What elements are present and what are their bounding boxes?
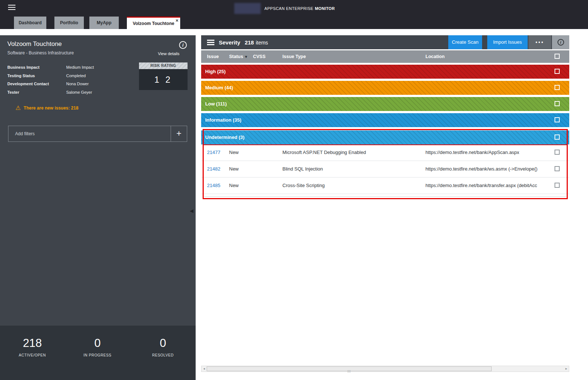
- tab-myapp[interactable]: MyApp: [89, 17, 119, 29]
- severity-group-medium[interactable]: Medium (44): [201, 81, 569, 95]
- info-icon[interactable]: i: [179, 41, 187, 49]
- column-location[interactable]: Location: [425, 50, 445, 63]
- tab-label: Portfolio: [60, 20, 78, 25]
- field-label: Development Contact: [7, 82, 49, 86]
- issue-type: Microsoft ASP.NET Debugging Enabled: [282, 144, 366, 161]
- group-label: Medium (44): [205, 81, 233, 95]
- items-count: 218items: [245, 39, 268, 46]
- tab-bar: Dashboard Portfolio MyApp Volzoom Toucht…: [0, 17, 588, 29]
- hamburger-menu-icon[interactable]: [8, 5, 15, 11]
- select-all-checkbox[interactable]: [555, 54, 560, 59]
- field-value: Completed: [66, 74, 86, 78]
- issues-toolbar: Severity 218items Create Scan Import Iss…: [201, 35, 569, 49]
- group-label: Information (35): [205, 113, 241, 127]
- column-issue[interactable]: Issue: [207, 50, 219, 63]
- warning-text: There are new issues: 218: [24, 105, 78, 111]
- top-bar: APPSCAN ENTERPRISEMONITOR: [0, 0, 588, 17]
- panel-info-button[interactable]: i: [552, 35, 569, 49]
- scroll-left-icon[interactable]: ◄: [202, 366, 207, 372]
- issues-panel: Severity 218items Create Scan Import Iss…: [201, 35, 569, 373]
- group-label: Low (111): [205, 97, 227, 111]
- list-end-divider: [204, 196, 566, 197]
- column-status[interactable]: Status▼: [229, 50, 248, 63]
- risk-rating-header: RISK RATING: [139, 62, 188, 69]
- tab-portfolio[interactable]: Portfolio: [54, 17, 84, 29]
- app-title-prefix: APPSCAN ENTERPRISE: [264, 6, 313, 11]
- row-checkbox[interactable]: [555, 183, 560, 188]
- issue-row[interactable]: 21482 New Blind SQL Injection https://de…: [201, 161, 569, 178]
- add-filters-box: Add filters +: [8, 126, 187, 142]
- issue-type: Cross-Site Scripting: [282, 178, 325, 194]
- tab-dashboard[interactable]: Dashboard: [14, 17, 46, 29]
- issue-type: Blind SQL Injection: [282, 161, 323, 177]
- stat-label: RESOLVED: [135, 353, 190, 357]
- horizontal-scrollbar[interactable]: ◄ ||| ►: [201, 366, 569, 372]
- group-checkbox[interactable]: [555, 85, 560, 90]
- issue-row[interactable]: 21485 New Cross-Site Scripting https://d…: [201, 178, 569, 194]
- issue-status: New: [229, 178, 239, 194]
- group-checkbox[interactable]: [555, 101, 560, 106]
- app-title: APPSCAN ENTERPRISEMONITOR: [264, 6, 335, 11]
- items-count-suffix: items: [256, 40, 268, 46]
- scrollbar-grip: |||: [348, 369, 351, 373]
- warning-icon: ⚠: [15, 105, 21, 111]
- application-subtitle: Software - Business Infrastructure: [7, 50, 74, 55]
- group-checkbox[interactable]: [555, 69, 560, 74]
- issue-id-link[interactable]: 21482: [207, 161, 220, 177]
- severity-group-high[interactable]: High (25): [201, 65, 569, 79]
- scroll-right-icon[interactable]: ►: [564, 366, 569, 372]
- close-icon[interactable]: ×: [175, 18, 178, 23]
- group-by-label[interactable]: Severity: [219, 39, 240, 46]
- column-cvss[interactable]: CVSS: [253, 50, 266, 63]
- items-count-value: 218: [245, 39, 254, 46]
- add-filter-button[interactable]: +: [171, 126, 187, 141]
- app-title-bold: MONITOR: [315, 6, 335, 11]
- more-icon: •••: [535, 39, 544, 45]
- issue-status: New: [229, 161, 239, 177]
- scrollbar-thumb[interactable]: |||: [207, 366, 492, 371]
- column-issue-type[interactable]: Issue Type: [282, 50, 306, 63]
- toolbar-left: Severity 218items: [207, 35, 268, 49]
- create-scan-button[interactable]: Create Scan: [448, 35, 482, 49]
- severity-group-undetermined[interactable]: Undetermined (3): [201, 130, 569, 144]
- tab-volzoom-touchtone[interactable]: Volzoom Touchtone ×: [127, 17, 180, 29]
- new-issues-warning: ⚠ There are new issues: 218: [15, 105, 78, 111]
- info-icon: i: [557, 39, 564, 46]
- application-title: Volzoom Touchtone: [7, 40, 62, 48]
- field-value: Nona Dower: [66, 82, 89, 86]
- collapse-panel-icon[interactable]: ◀: [190, 208, 193, 214]
- severity-group-low[interactable]: Low (111): [201, 97, 569, 111]
- field-value: Salome Geyer: [66, 90, 92, 94]
- issue-id-link[interactable]: 21485: [207, 178, 220, 194]
- row-checkbox[interactable]: [555, 166, 560, 171]
- issue-location: https://demo.testfire.net/bank/transfer.…: [425, 178, 552, 194]
- field-label: Business Impact: [7, 65, 39, 69]
- issue-location: https://demo.testfire.net/bank/ws.asmx (…: [425, 161, 552, 177]
- issue-stats-bar: 218 ACTIVE/OPEN 0 IN PROGRESS 0 RESOLVED: [0, 326, 196, 380]
- stat-value: 0: [70, 337, 125, 350]
- stat-active-open: 218 ACTIVE/OPEN: [5, 337, 60, 357]
- severity-group-information[interactable]: Information (35): [201, 113, 569, 127]
- group-checkbox[interactable]: [555, 117, 560, 122]
- field-value: Medium Impact: [66, 65, 94, 69]
- issue-id-link[interactable]: 21477: [207, 144, 220, 161]
- stat-value: 0: [135, 337, 190, 350]
- field-business-impact: Business Impact Medium Impact: [0, 65, 136, 71]
- group-checkbox[interactable]: [555, 135, 560, 140]
- stat-label: ACTIVE/OPEN: [5, 353, 60, 357]
- issue-location: https://demo.testfire.net/bank/AppScan.a…: [425, 144, 552, 161]
- table-column-header: Issue Status▼ CVSS Issue Type Location: [201, 50, 569, 63]
- issue-status: New: [229, 144, 239, 161]
- add-filters-input[interactable]: Add filters: [8, 126, 171, 141]
- tab-label: MyApp: [97, 20, 111, 25]
- more-actions-button[interactable]: •••: [528, 35, 551, 49]
- import-issues-button[interactable]: Import Issues: [487, 35, 528, 49]
- table-icon: [207, 40, 214, 45]
- brand-logo: [234, 3, 261, 14]
- stat-in-progress: 0 IN PROGRESS: [70, 337, 125, 357]
- view-details-link[interactable]: View details: [158, 51, 180, 56]
- issue-row[interactable]: 21477 New Microsoft ASP.NET Debugging En…: [201, 144, 569, 161]
- row-checkbox[interactable]: [555, 150, 560, 155]
- field-testing-status: Testing Status Completed: [0, 74, 136, 79]
- group-label: Undetermined (3): [205, 130, 245, 144]
